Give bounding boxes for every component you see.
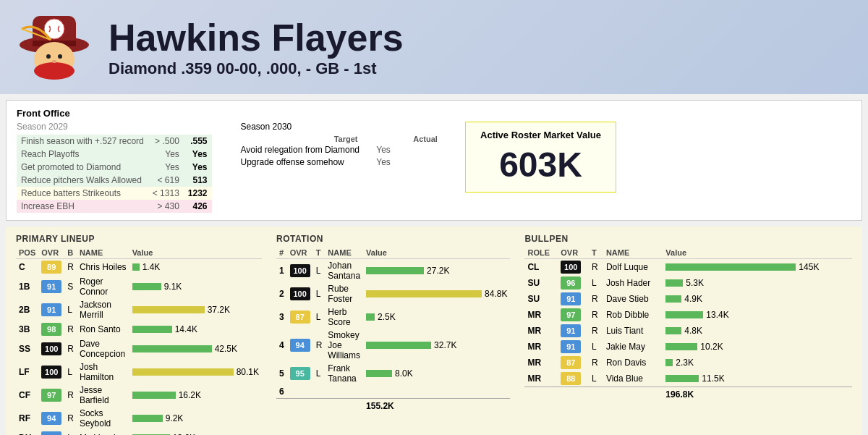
- col-hand: L: [64, 360, 77, 384]
- value-text: 4.9K: [684, 294, 702, 304]
- rotation-total-row: 155.2K: [276, 399, 510, 413]
- col-first: SU: [524, 291, 558, 307]
- value-bar: [132, 392, 176, 399]
- col-name: Jesse Barfield: [77, 384, 129, 407]
- col-name: Dave Stieb: [603, 291, 663, 307]
- value-bar-cell: 9.1K: [132, 282, 259, 292]
- fo-title: Front Office: [17, 108, 851, 119]
- fo-2030-row: Avoid relegation from Diamond Yes: [241, 145, 444, 155]
- col-value: 5.3K: [663, 275, 852, 291]
- col-name: Ron Santo: [77, 321, 129, 337]
- fo-goal-target: < 619: [148, 174, 184, 187]
- col-value: 16.2K: [129, 384, 262, 407]
- value-bar-cell: 84.8K: [366, 289, 507, 299]
- col-value: 145K: [663, 259, 852, 276]
- value-text: 2.3K: [676, 358, 694, 368]
- table-row: 2B 91 L Jackson Merrill 37.2K: [16, 298, 262, 321]
- lineup-title: PRIMARY LINEUP: [16, 234, 262, 244]
- col-first: 3: [276, 305, 287, 329]
- fo-2030-rows: Avoid relegation from Diamond Yes Upgrad…: [241, 145, 444, 167]
- col-ovr: 91: [558, 339, 589, 355]
- col-value: 1.4K: [129, 259, 262, 276]
- value-text: 9.2K: [166, 413, 184, 423]
- lineup-col-value: Value: [129, 247, 262, 259]
- table-row: SU 91 R Dave Stieb 4.9K: [524, 291, 852, 307]
- col-name: Herb Score: [325, 305, 363, 329]
- col-name: Johan Santana: [325, 259, 363, 283]
- value-text: 2.5K: [378, 312, 396, 322]
- col-name: Smokey Joe Williams: [325, 329, 363, 362]
- value-bar-cell: 11.5K: [665, 373, 849, 384]
- value-bar: [665, 311, 703, 318]
- rotation-col-t: T: [313, 247, 326, 259]
- value-text: 14.4K: [175, 324, 197, 334]
- rotation-table: # OVR T NAME Value 1 100 L Johan Santana…: [276, 247, 510, 413]
- col-first: 6: [276, 385, 287, 399]
- col-ovr: 96: [558, 275, 589, 291]
- bullpen-total: 196.8K: [663, 387, 852, 402]
- bottom-section: PRIMARY LINEUP POS OVR B NAME Value C 89…: [6, 227, 862, 435]
- fo-2029-row: Reduce batters Strikeouts < 1313 1232: [17, 187, 212, 200]
- value-bar: [132, 306, 205, 313]
- col-name: Josh Hamilton: [77, 360, 129, 384]
- col-first: MR: [524, 339, 558, 355]
- bullpen-total-row: 196.8K: [524, 387, 852, 402]
- col-ovr: 87: [287, 305, 313, 329]
- ovr-badge: 88: [561, 372, 581, 385]
- col-name: Dolf Luque: [603, 259, 663, 276]
- lineup-section: PRIMARY LINEUP POS OVR B NAME Value C 89…: [16, 234, 262, 435]
- fo-2030-row: Upgrade offense somehow Yes: [241, 157, 444, 167]
- col-ovr: 100: [287, 259, 313, 283]
- fo-left: Season 2029 Finish season with +.527 rec…: [17, 122, 212, 213]
- fo-goal-label: Reach Playoffs: [17, 148, 148, 161]
- col-hand: L: [589, 275, 603, 291]
- fo-goal-target: > 430: [148, 200, 184, 213]
- col-name: Mo Vaughn: [77, 430, 129, 435]
- col-name: Luis Tiant: [603, 323, 663, 339]
- col-ovr: 97: [558, 307, 589, 323]
- col-first: DH: [16, 430, 38, 435]
- col-ovr: 95: [287, 362, 313, 385]
- value-text: 16.2K: [179, 390, 201, 400]
- col-name: Dave Concepcion: [77, 337, 129, 360]
- col-name: Socks Seybold: [77, 407, 129, 430]
- lineup-col-b: B: [64, 247, 77, 259]
- col-name: Jakie May: [603, 339, 663, 355]
- team-info: Hawkins Flayers Diamond .359 00-00, .000…: [109, 16, 404, 78]
- svg-point-8: [52, 60, 56, 63]
- col-ovr: 91: [38, 275, 64, 298]
- value-bar-cell: 16.2K: [132, 390, 259, 400]
- value-text: 32.7K: [434, 340, 456, 350]
- table-row: LF 100 L Josh Hamilton 80.1K: [16, 360, 262, 384]
- col-first: 1: [276, 259, 287, 283]
- col-hand: L: [313, 305, 326, 329]
- fo-goal-actual: 513: [184, 174, 212, 187]
- col-value: 32.7K: [363, 329, 510, 362]
- rotation-col-ovr: OVR: [287, 247, 313, 259]
- col-first: 5: [276, 362, 287, 385]
- fo-2030-goal-target: Yes: [365, 145, 401, 155]
- value-bar-cell: 42.5K: [132, 344, 259, 354]
- rotation-col-num: #: [276, 247, 287, 259]
- value-text: 10.2K: [700, 342, 723, 352]
- value-bar-cell: 27.2K: [366, 266, 507, 276]
- ovr-badge: 87: [290, 311, 310, 324]
- ovr-badge: 91: [561, 324, 581, 337]
- fo-goal-actual: 426: [184, 200, 212, 213]
- col-hand: R: [64, 384, 77, 407]
- ovr-badge: 95: [290, 367, 310, 380]
- table-row: 6: [276, 385, 510, 399]
- fo-2030-goal-target: Yes: [365, 157, 401, 167]
- lineup-table: POS OVR B NAME Value C 89 R Chris Hoiles…: [16, 247, 262, 435]
- value-bar-cell: 80.1K: [132, 367, 259, 377]
- col-name: [325, 385, 363, 399]
- col-hand: L: [589, 371, 603, 387]
- rotation-header-row: # OVR T NAME Value: [276, 247, 510, 259]
- col-value: 37.2K: [129, 298, 262, 321]
- col-value: 4.8K: [663, 323, 852, 339]
- col-hand: L: [64, 430, 77, 435]
- col-value: [363, 385, 510, 399]
- fo-2030-goal-label: Upgrade offense somehow: [241, 157, 360, 167]
- fo-goal-label: Increase EBH: [17, 200, 148, 213]
- ovr-badge: 97: [561, 308, 581, 321]
